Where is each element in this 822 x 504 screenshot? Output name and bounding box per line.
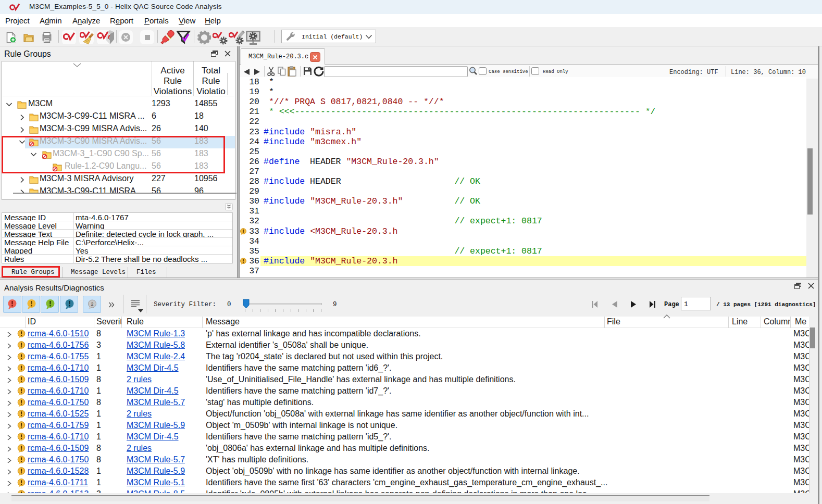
svg-text:2: 2	[91, 301, 93, 307]
